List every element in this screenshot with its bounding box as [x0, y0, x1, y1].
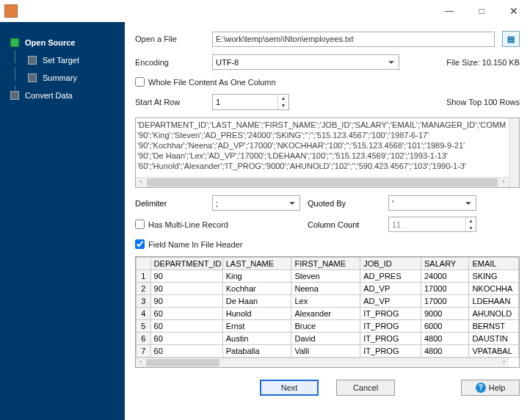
cell: 4800 [421, 333, 469, 345]
table-row[interactable]: 390De HaanLexAD_VP17000LDEHAAN [137, 295, 519, 308]
table-row[interactable]: 290KochharNeenaAD_VP17000NKOCHHA [137, 283, 519, 295]
cell: LDEHAAN [469, 295, 519, 308]
quoted-by-select[interactable]: ' [388, 195, 476, 211]
cell: Hunold [222, 308, 291, 320]
step-active-icon [10, 38, 19, 47]
whole-file-checkbox[interactable]: Whole File Content As One Column [135, 77, 520, 87]
show-top-rows-label: Show Top 100 Rows [446, 98, 520, 106]
table-row[interactable]: 660AustinDavidIT_PROG4800DAUSTIN [137, 333, 519, 345]
cell: Ernst [222, 320, 291, 333]
cell: Neena [291, 283, 360, 295]
column-count-label: Column Count [308, 220, 381, 229]
start-row-label: Start At Row [135, 98, 205, 106]
cell: IT_PROG [360, 320, 421, 333]
cell: Alexander [291, 308, 360, 320]
column-header[interactable]: JOB_ID [360, 258, 421, 270]
cell: Valli [291, 345, 360, 358]
data-table: DEPARTMENT_ID LAST_NAME FIRST_NAME JOB_I… [135, 256, 520, 368]
cell: 60 [150, 308, 222, 320]
cell: King [222, 270, 291, 283]
column-header[interactable]: SALARY [421, 258, 469, 270]
open-file-label: Open a File [135, 35, 205, 43]
row-number: 5 [137, 320, 151, 333]
column-header[interactable]: FIRST_NAME [291, 258, 360, 270]
preview-vscroll[interactable] [509, 118, 519, 187]
step-label: Open Source [25, 38, 75, 47]
spin-down-icon[interactable]: ▼ [466, 225, 476, 232]
cell: BERNST [469, 320, 519, 333]
column-header[interactable]: DEPARTMENT_ID [150, 258, 222, 270]
cell: 90 [150, 295, 222, 308]
preview-line: '90';'De Haan';'Lex';'AD_VP';'17000';'LD… [137, 151, 518, 161]
cell: 4800 [421, 345, 469, 358]
step-open-source[interactable]: Open Source [0, 34, 125, 51]
cell: 9000 [421, 308, 469, 320]
row-number: 1 [137, 270, 151, 283]
cell: AD_VP [360, 295, 421, 308]
cell: 90 [150, 283, 222, 295]
file-size-label: File Size: 10.150 KB [446, 58, 520, 67]
table-hscroll[interactable]: ‹› [136, 358, 509, 367]
step-summary[interactable]: Summary [0, 69, 125, 87]
cell: AHUNOLD [469, 308, 519, 320]
open-file-input[interactable]: E:\work\temp\semi\Nton\employees.txt [212, 32, 495, 47]
cell: DAUSTIN [469, 333, 519, 345]
column-header[interactable]: EMAIL [469, 258, 519, 270]
minimize-button[interactable]: — [433, 0, 465, 22]
wizard-sidebar: Open Source Set Target Summary Convert D… [0, 22, 125, 420]
column-count-spinner[interactable]: 11 ▲▼ [388, 217, 476, 232]
preview-line: 'DEPARTMENT_ID';'LAST_NAME';'FIRST_NAME'… [137, 120, 518, 130]
file-preview: 'DEPARTMENT_ID';'LAST_NAME';'FIRST_NAME'… [135, 117, 520, 188]
app-icon [4, 4, 18, 18]
spin-up-icon[interactable]: ▲ [278, 95, 288, 102]
table-row[interactable]: 760PataballaValliIT_PROG4800VPATABAL [137, 345, 519, 358]
row-number: 2 [137, 283, 151, 295]
row-number-header [137, 258, 151, 270]
multiline-checkbox[interactable]: Has Multi-Line Record [135, 220, 300, 229]
help-button[interactable]: ? Help [461, 380, 520, 396]
cell: 24000 [421, 270, 469, 283]
table-row[interactable]: 190KingStevenAD_PRES24000SKING [137, 270, 519, 283]
cell: 60 [150, 320, 222, 333]
encoding-select[interactable]: UTF-8 [212, 54, 399, 70]
cell: 17000 [421, 283, 469, 295]
step-label: Summary [43, 73, 77, 82]
window-titlebar: — □ ✕ [0, 0, 530, 22]
cell: AD_PRES [360, 270, 421, 283]
field-name-header-checkbox[interactable]: Field Name In File Header [135, 239, 520, 249]
delimiter-select[interactable]: ; [212, 195, 300, 211]
column-header[interactable]: LAST_NAME [222, 258, 291, 270]
step-icon [28, 56, 37, 65]
step-icon [10, 91, 19, 100]
table-row[interactable]: 460HunoldAlexanderIT_PROG9000AHUNOLD [137, 308, 519, 320]
spin-down-icon[interactable]: ▼ [278, 102, 288, 109]
maximize-button[interactable]: □ [465, 0, 498, 22]
cell: 6000 [421, 320, 469, 333]
cell: David [291, 333, 360, 345]
close-button[interactable]: ✕ [498, 0, 530, 22]
cell: Kochhar [222, 283, 291, 295]
quoted-by-label: Quoted By [308, 199, 381, 208]
delimiter-label: Delimiter [135, 199, 205, 208]
cell: 60 [150, 333, 222, 345]
step-set-target[interactable]: Set Target [0, 51, 125, 69]
step-label: Set Target [43, 56, 79, 65]
cell: Austin [222, 333, 291, 345]
next-button[interactable]: Next [260, 380, 319, 396]
cell: 17000 [421, 295, 469, 308]
preview-hscroll[interactable]: ‹› [136, 177, 509, 187]
row-number: 4 [137, 308, 151, 320]
row-number: 6 [137, 333, 151, 345]
cell: AD_VP [360, 283, 421, 295]
cancel-button[interactable]: Cancel [336, 380, 395, 396]
cell: Bruce [291, 320, 360, 333]
step-convert-data[interactable]: Convert Data [0, 87, 125, 104]
browse-file-button[interactable]: ▤ [502, 31, 520, 47]
preview-line: '90';'King';'Steven';'AD_PRES';'24000';'… [137, 130, 518, 140]
spin-up-icon[interactable]: ▲ [466, 217, 476, 225]
folder-icon: ▤ [507, 35, 515, 44]
preview-line: '60';'Hunold';'Alexander';'IT_PROG';'900… [137, 161, 518, 171]
table-row[interactable]: 560ErnstBruceIT_PROG6000BERNST [137, 320, 519, 333]
cell: Pataballa [222, 345, 291, 358]
start-row-spinner[interactable]: 1 ▲▼ [212, 94, 289, 110]
